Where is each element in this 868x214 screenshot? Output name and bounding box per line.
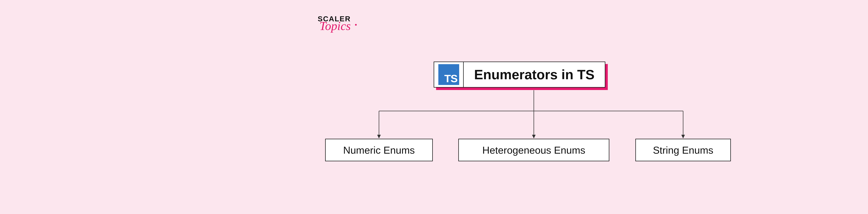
logo-dot-decoration	[355, 24, 357, 26]
child-node-numeric: Numeric Enums	[325, 139, 433, 161]
typescript-icon: TS	[438, 64, 459, 85]
root-node-label: Enumerators in TS	[464, 62, 605, 87]
tree-connectors	[0, 0, 868, 214]
child-node-string: String Enums	[636, 139, 731, 161]
child-node-label: String Enums	[653, 144, 713, 156]
child-node-heterogeneous: Heterogeneous Enums	[458, 139, 609, 161]
child-node-label: Heterogeneous Enums	[482, 144, 585, 156]
root-node-box: TS Enumerators in TS	[434, 62, 606, 87]
root-node: TS Enumerators in TS	[434, 62, 606, 87]
scaler-topics-logo: SCALER Topics	[318, 15, 351, 31]
root-icon-cell: TS	[434, 62, 464, 87]
typescript-icon-text: TS	[444, 72, 459, 85]
child-node-label: Numeric Enums	[343, 144, 415, 156]
logo-line-topics: Topics	[319, 22, 352, 30]
